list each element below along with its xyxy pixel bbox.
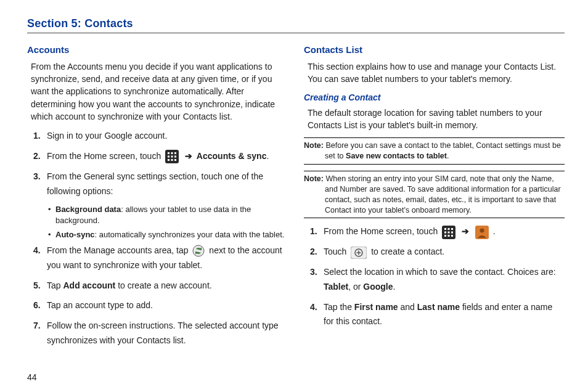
step-number: 6.	[33, 298, 47, 313]
step-5: 5. Tap Add account to create a new accou…	[33, 279, 288, 293]
svg-rect-15	[444, 231, 446, 233]
accounts-steps: 1. Sign in to your Google account. 2. Fr…	[33, 129, 288, 198]
left-column: Accounts From the Accounts menu you deci…	[27, 43, 288, 354]
arrow-right-icon: ➔	[185, 151, 192, 161]
accounts-steps-cont: 4. From the Manage accounts area, tap ne…	[33, 243, 288, 348]
manual-page: Section 5: Contacts Accounts From the Ac…	[0, 0, 588, 392]
svg-rect-5	[171, 156, 173, 158]
svg-rect-8	[171, 159, 173, 161]
svg-rect-16	[448, 231, 450, 233]
step-3: 3. From the General sync settings sectio…	[33, 169, 288, 199]
accounts-heading: Accounts	[27, 43, 288, 57]
svg-rect-20	[451, 235, 453, 237]
svg-rect-12	[444, 228, 446, 230]
step-1: 1. From the Home screen, touch ➔ .	[310, 224, 565, 239]
note-sim-card: Note: When storing an entry into your SI…	[304, 171, 565, 219]
step-text: Touch to create a contact.	[324, 245, 565, 259]
step-number: 5.	[33, 279, 47, 293]
svg-rect-4	[168, 156, 169, 158]
svg-rect-13	[448, 228, 450, 230]
step-text: Tap an account type to add.	[47, 298, 288, 313]
add-plus-icon	[351, 247, 367, 259]
step-number: 1.	[33, 129, 47, 144]
contact-person-icon	[475, 226, 489, 239]
step-number: 4.	[33, 243, 47, 273]
svg-rect-2	[171, 152, 173, 154]
step-1: 1. Sign in to your Google account.	[33, 129, 288, 144]
apps-grid-icon	[442, 226, 455, 239]
svg-rect-3	[174, 152, 176, 154]
svg-rect-14	[451, 228, 453, 230]
bullet-auto-sync: • Auto-sync: automatically synchronizes …	[48, 229, 288, 240]
contacts-list-heading: Contacts List	[304, 43, 565, 57]
right-column: Contacts List This section explains how …	[304, 43, 565, 354]
step-text: From the Home screen, touch ➔ .	[324, 224, 565, 239]
svg-rect-9	[174, 159, 176, 161]
arrow-right-icon: ➔	[462, 226, 469, 236]
step-text: Tap the First name and Last name fields …	[324, 300, 565, 330]
contacts-list-intro: This section explains how to use and man…	[308, 60, 565, 86]
step-number: 3.	[33, 169, 47, 199]
step-text: From the General sync settings section, …	[47, 169, 288, 199]
create-contact-steps: 1. From the Home screen, touch ➔ .	[310, 224, 565, 329]
step-text: From the Home screen, touch ➔ Accounts &…	[47, 149, 288, 164]
step-4: 4. From the Manage accounts area, tap ne…	[33, 243, 288, 273]
step-text: Sign in to your Google account.	[47, 129, 288, 144]
svg-point-22	[480, 228, 484, 232]
svg-point-10	[193, 245, 204, 256]
step-7: 7. Follow the on-screen instructions. Th…	[33, 319, 288, 348]
step-number: 1.	[310, 224, 324, 239]
step-text: From the Manage accounts area, tap next …	[47, 243, 288, 273]
svg-rect-18	[444, 235, 446, 237]
step-6: 6. Tap an account type to add.	[33, 298, 288, 313]
step-number: 4.	[310, 300, 324, 330]
apps-grid-icon	[165, 150, 179, 163]
step-number: 7.	[33, 319, 47, 348]
svg-rect-17	[451, 231, 453, 233]
step-2: 2. Touch to create a contact.	[310, 245, 565, 259]
section-title: Section 5: Contacts	[27, 17, 565, 33]
accounts-intro: From the Accounts menu you decide if you…	[31, 60, 288, 123]
sync-options-bullets: • Background data: allows your tablet to…	[48, 204, 288, 240]
step-number: 3.	[310, 265, 324, 295]
step-number: 2.	[310, 245, 324, 259]
step-2: 2. From the Home screen, touch ➔ Account…	[33, 149, 288, 164]
creating-contact-body: The default storage location for saving …	[308, 107, 565, 132]
note-save-new-contacts: Note: Before you can save a contact to t…	[304, 137, 565, 165]
step-text: Tap Add account to create a new account.	[47, 279, 288, 293]
step-text: Follow the on-screen instructions. The s…	[47, 319, 288, 348]
step-3: 3. Select the location in which to save …	[310, 265, 565, 295]
step-text: Select the location in which to save the…	[324, 265, 565, 295]
bullet-background-data: • Background data: allows your tablet to…	[48, 204, 288, 226]
step-4: 4. Tap the First name and Last name fiel…	[310, 300, 565, 330]
page-number: 44	[27, 372, 37, 382]
two-column-layout: Accounts From the Accounts menu you deci…	[27, 43, 565, 354]
svg-rect-19	[448, 235, 450, 237]
sync-icon	[192, 245, 205, 257]
svg-rect-6	[174, 156, 176, 158]
svg-rect-7	[168, 159, 169, 161]
svg-rect-1	[168, 152, 169, 154]
step-number: 2.	[33, 149, 47, 164]
creating-contact-heading: Creating a Contact	[304, 91, 565, 104]
